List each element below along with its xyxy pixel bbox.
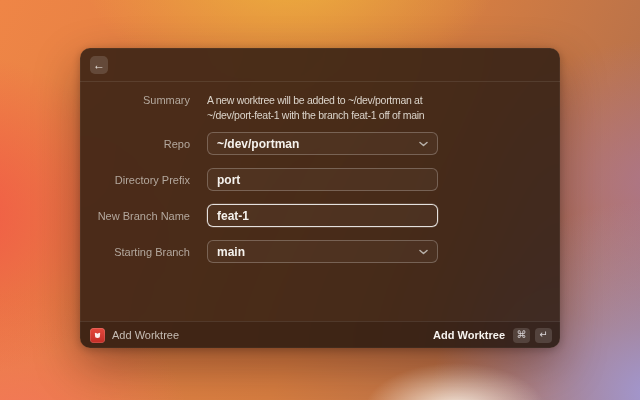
app-icon [90,328,105,343]
add-worktree-button[interactable]: Add Worktree ⌘ ↵ [433,328,552,343]
back-arrow-icon: ← [93,59,105,71]
repo-row: Repo ~/dev/portman [80,132,560,155]
chevron-down-icon [419,249,428,255]
new-branch-row: New Branch Name [80,204,560,227]
add-worktree-button-label: Add Worktree [433,329,505,341]
footer-app-title: Add Worktree [112,329,179,341]
summary-text: A new worktree will be added to ~/dev/po… [207,93,438,123]
directory-prefix-row: Directory Prefix [80,168,560,191]
new-branch-input[interactable] [207,204,438,227]
new-branch-label: New Branch Name [80,209,190,222]
starting-branch-row: Starting Branch main [80,240,560,263]
summary-label: Summary [80,93,190,106]
starting-branch-select[interactable]: main [207,240,438,263]
chevron-down-icon [419,141,428,147]
directory-prefix-input[interactable] [207,168,438,191]
return-key-icon: ↵ [535,328,552,343]
worktree-form: Summary A new worktree will be added to … [80,82,560,263]
dialog-titlebar: ← [80,48,560,82]
starting-branch-select-value: main [217,245,245,259]
starting-branch-label: Starting Branch [80,245,190,258]
repo-label: Repo [80,137,190,150]
command-key-icon: ⌘ [513,328,530,343]
directory-prefix-label: Directory Prefix [80,173,190,186]
back-button[interactable]: ← [90,56,108,74]
dialog-footer: Add Worktree Add Worktree ⌘ ↵ [80,321,560,348]
add-worktree-dialog: ← Summary A new worktree will be added t… [80,48,560,348]
repo-select[interactable]: ~/dev/portman [207,132,438,155]
summary-row: Summary A new worktree will be added to … [80,93,560,123]
repo-select-value: ~/dev/portman [217,137,299,151]
